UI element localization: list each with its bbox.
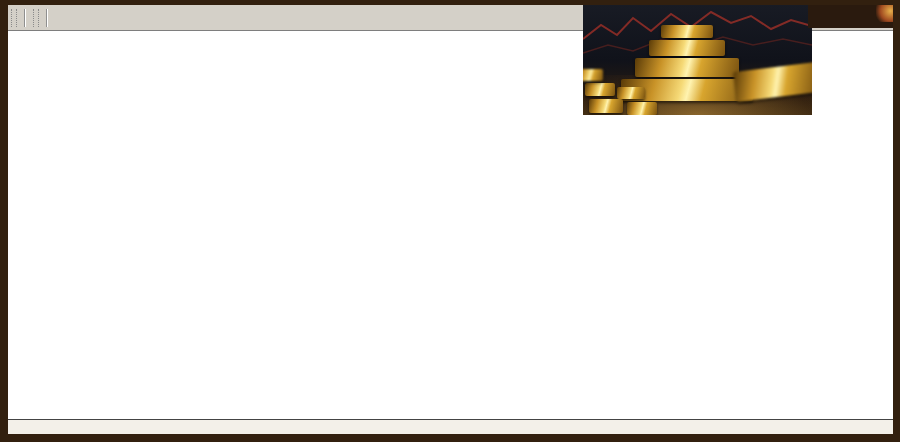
ohlc-info-line[interactable] xyxy=(14,34,50,45)
gold-bar xyxy=(649,40,725,56)
gold-bar-small xyxy=(585,83,615,96)
toolbar-separator xyxy=(24,9,26,27)
toolbar-grip[interactable] xyxy=(11,9,17,27)
gold-bar xyxy=(635,58,739,77)
frame-corner-glow xyxy=(876,2,900,22)
frame-corner xyxy=(808,0,900,28)
gold-bar-small xyxy=(617,87,645,99)
gold-bars-photo xyxy=(583,5,812,115)
trading-terminal-window xyxy=(0,0,900,442)
gold-bar-small xyxy=(589,99,623,113)
time-axis[interactable] xyxy=(8,419,893,435)
gold-bar xyxy=(661,25,713,38)
toolbar-grip-2[interactable] xyxy=(33,9,39,27)
gold-bar-small xyxy=(583,69,603,81)
toolbar-separator-2 xyxy=(46,9,48,27)
gold-bar-small xyxy=(627,102,657,115)
